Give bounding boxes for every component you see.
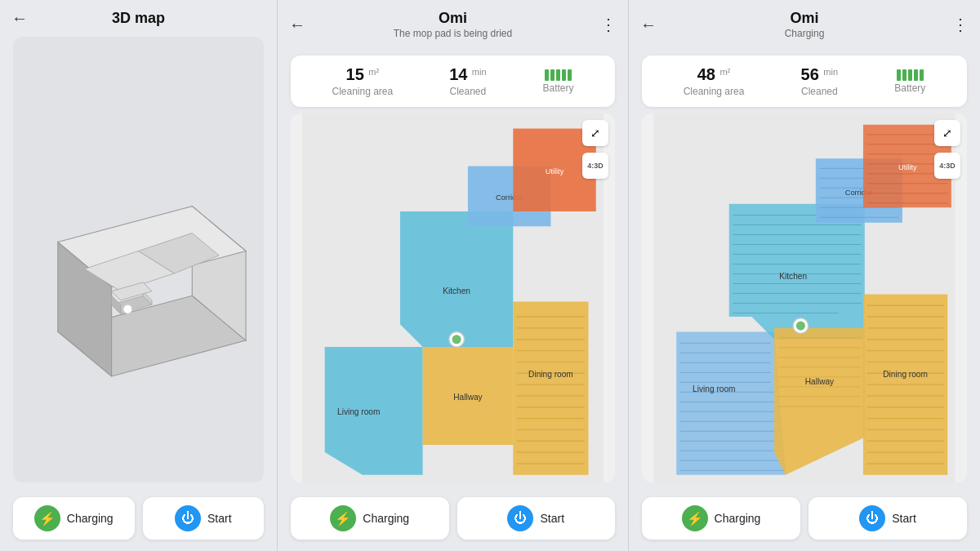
middle-back-button[interactable]: ← (289, 16, 305, 34)
left-start-label: Start (207, 512, 232, 525)
right-panel: ← Omi Charging ⋮ 48 m² Cleaning area 56 … (629, 0, 980, 551)
right-cleaned: 56 min Cleaned (801, 65, 838, 97)
middle-stats-bar: 15 m² Cleaning area 14 min Cleaned Batte… (291, 56, 615, 107)
middle-cleaning-area: 15 m² Cleaning area (332, 65, 393, 97)
right-map-svg: Living room Kitchen (642, 113, 967, 482)
battery-bar-3 (556, 69, 560, 81)
right-subtitle: Charging (785, 28, 825, 39)
right-expand-button[interactable]: ⤢ (934, 120, 960, 146)
middle-charging-label: Charging (363, 512, 409, 525)
right-bottom-buttons: ⚡ Charging ⏻ Start (629, 489, 980, 551)
middle-more-button[interactable]: ⋮ (600, 15, 617, 34)
svg-point-104 (796, 322, 805, 331)
right-dining-room-label: Dining room (883, 370, 928, 379)
right-back-icon: ← (640, 16, 657, 33)
right-start-label: Start (892, 512, 916, 525)
middle-map-container: Living room Kitchen Hallway Dini (291, 113, 615, 482)
right-utility-label: Utility (898, 163, 917, 171)
right-start-icon: ⏻ (859, 505, 885, 531)
right-header: ← Omi Charging ⋮ (629, 0, 980, 49)
charging-icon: ⚡ (34, 505, 60, 531)
back-icon: ← (11, 9, 28, 27)
battery-bar-2 (550, 69, 555, 81)
right-area-label: Cleaning area (684, 86, 745, 97)
svg-marker-13 (400, 211, 513, 347)
middle-cleaned: 14 min Cleaned (449, 65, 486, 97)
middle-panel: ← Omi The mop pad is being dried ⋮ 15 m²… (278, 0, 629, 551)
right-battery-bar-3 (908, 69, 912, 81)
left-start-icon: ⏻ (175, 505, 201, 531)
right-title: Omi (785, 10, 825, 27)
right-battery: Battery (894, 69, 925, 94)
middle-expand-button[interactable]: ⤢ (582, 120, 608, 146)
right-charging-icon: ⚡ (682, 505, 708, 531)
left-panel: ← 3D map ⚡ (0, 0, 278, 551)
middle-subtitle: The mop pad is being dried (394, 28, 512, 39)
middle-charging-button[interactable]: ⚡ Charging (291, 497, 449, 540)
right-battery-bar-4 (914, 69, 918, 81)
right-more-button[interactable]: ⋮ (952, 15, 969, 34)
right-cleaned-value: 56 (801, 65, 819, 83)
middle-area-label: Cleaning area (332, 86, 393, 97)
right-cleaned-label: Cleaned (801, 86, 838, 97)
middle-map-svg: Living room Kitchen Hallway Dini (291, 113, 615, 482)
right-kitchen-label: Kitchen (779, 272, 807, 281)
left-back-button[interactable]: ← (11, 9, 28, 28)
expand-icon: ⤢ (590, 127, 600, 140)
middle-start-label: Start (540, 512, 564, 525)
middle-charging-icon: ⚡ (330, 505, 356, 531)
right-map-container: Living room Kitchen (642, 113, 967, 482)
left-header: ← 3D map (0, 0, 277, 37)
middle-battery: Battery (543, 69, 574, 94)
right-expand-icon: ⤢ (942, 127, 952, 140)
right-charging-label: Charging (715, 512, 761, 525)
left-start-button[interactable]: ⏻ Start (143, 497, 265, 540)
right-back-button[interactable]: ← (640, 16, 657, 34)
right-battery-bar-2 (902, 69, 906, 81)
middle-header: ← Omi The mop pad is being dried ⋮ (278, 0, 628, 49)
right-battery-icon (894, 69, 925, 81)
right-battery-bar-5 (920, 69, 924, 81)
3d-map-view (13, 37, 264, 482)
right-charging-button[interactable]: ⚡ Charging (642, 497, 800, 540)
middle-start-button[interactable]: ⏻ Start (457, 497, 616, 540)
middle-area-unit: m² (368, 67, 379, 77)
middle-battery-label: Battery (543, 82, 574, 94)
battery-bar-5 (568, 69, 572, 81)
svg-point-33 (452, 335, 461, 344)
right-cleaning-area: 48 m² Cleaning area (684, 65, 745, 97)
middle-kitchen-label: Kitchen (443, 287, 470, 295)
right-cleaned-unit: min (823, 67, 838, 77)
middle-title-group: Omi The mop pad is being dried (394, 10, 512, 39)
middle-3d-button[interactable]: 4:3D (582, 153, 608, 179)
3d-map-svg (13, 117, 264, 403)
battery-bar-4 (562, 69, 566, 81)
middle-bottom-buttons: ⚡ Charging ⏻ Start (278, 489, 628, 551)
right-area-value: 48 (697, 65, 715, 83)
middle-back-icon: ← (289, 16, 305, 33)
right-living-room-label: Living room (693, 384, 735, 393)
middle-utility-label: Utility (546, 167, 564, 176)
right-hallway-label: Hallway (805, 377, 835, 386)
middle-cleaned-label: Cleaned (449, 86, 486, 97)
middle-more-icon: ⋮ (600, 16, 617, 33)
left-panel-title: 3D map (112, 10, 165, 27)
left-charging-label: Charging (67, 512, 114, 525)
svg-point-10 (123, 304, 132, 313)
right-area-unit: m² (719, 67, 730, 77)
right-title-group: Omi Charging (785, 10, 825, 39)
middle-3d-label: 4:3D (587, 162, 604, 170)
right-3d-label: 4:3D (939, 162, 956, 170)
middle-battery-icon (543, 69, 574, 81)
middle-dining-room-label: Dining room (528, 370, 573, 379)
right-battery-bar-1 (897, 69, 901, 81)
middle-start-icon: ⏻ (507, 505, 533, 531)
right-battery-label: Battery (894, 82, 925, 94)
battery-bar-1 (545, 69, 549, 81)
left-bottom-buttons: ⚡ Charging ⏻ Start (0, 489, 277, 551)
middle-hallway-label: Hallway (453, 393, 483, 402)
left-charging-button[interactable]: ⚡ Charging (13, 497, 135, 540)
right-start-button[interactable]: ⏻ Start (808, 497, 967, 540)
right-stats-bar: 48 m² Cleaning area 56 min Cleaned Batte… (642, 56, 967, 107)
right-3d-button[interactable]: 4:3D (934, 153, 960, 179)
